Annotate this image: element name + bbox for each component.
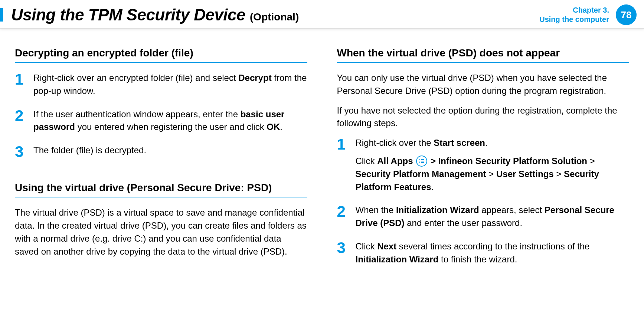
svg-rect-2 — [419, 162, 420, 163]
left-column: Decrypting an encrypted folder (file) 1 … — [15, 47, 307, 276]
right-column: When the virtual drive (PSD) does not ap… — [337, 47, 630, 276]
header-right: Chapter 3. Using the computer 78 — [539, 4, 637, 25]
svg-rect-1 — [419, 161, 420, 161]
page-number-badge: 78 — [616, 4, 637, 25]
section-heading-decrypt: Decrypting an encrypted folder (file) — [15, 47, 307, 63]
step-subtext: Click All Apps > Infineon Security Platf… — [356, 155, 630, 193]
psd-step-2: 2 When the Initialization Wizard appears… — [337, 204, 630, 230]
page-header: Using the TPM Security Device (Optional)… — [0, 0, 644, 29]
psd-missing-p2: If you have not selected the option duri… — [337, 104, 630, 130]
step-text: When the Initialization Wizard appears, … — [356, 204, 630, 230]
chapter-line2: Using the computer — [539, 15, 609, 24]
step-number: 1 — [337, 137, 347, 193]
svg-rect-4 — [421, 161, 424, 161]
content-area: Decrypting an encrypted folder (file) 1 … — [0, 29, 644, 288]
decrypt-step-2: 2 If the user authentication window appe… — [15, 108, 307, 134]
step-text: If the user authentication window appear… — [33, 108, 307, 134]
svg-rect-3 — [421, 159, 424, 160]
step-text: Right-click over an encrypted folder (fi… — [33, 72, 307, 98]
title-suffix: (Optional) — [250, 11, 299, 23]
psd-step-1: 1 Right-click over the Start screen. Cli… — [337, 137, 630, 193]
chapter-line1: Chapter 3. — [539, 6, 609, 15]
psd-step-3: 3 Click Next several times according to … — [337, 240, 630, 266]
psd-missing-p1: You can only use the virtual drive (PSD)… — [337, 72, 630, 98]
page-number: 78 — [621, 9, 632, 21]
section-heading-psd-missing: When the virtual drive (PSD) does not ap… — [337, 47, 630, 63]
decrypt-step-1: 1 Right-click over an encrypted folder (… — [15, 72, 307, 98]
step-text: Click Next several times according to th… — [356, 240, 630, 266]
step-text: Right-click over the Start screen. Click… — [356, 137, 630, 193]
step-number: 2 — [15, 108, 25, 134]
svg-rect-0 — [419, 159, 420, 160]
chapter-info: Chapter 3. Using the computer — [539, 6, 609, 24]
all-apps-icon — [416, 156, 427, 167]
section-heading-psd: Using the virtual drive (Personal Secure… — [15, 182, 307, 197]
page-title: Using the TPM Security Device — [11, 6, 245, 24]
decrypt-step-3: 3 The folder (file) is decrypted. — [15, 144, 307, 160]
svg-rect-5 — [421, 162, 424, 163]
step-number: 3 — [15, 144, 25, 160]
step-number: 3 — [337, 240, 347, 266]
psd-intro-paragraph: The virtual drive (PSD) is a virtual spa… — [15, 206, 307, 258]
step-text: The folder (file) is decrypted. — [33, 144, 146, 160]
step-number: 2 — [337, 204, 347, 230]
title-block: Using the TPM Security Device (Optional) — [11, 6, 299, 24]
step-number: 1 — [15, 72, 25, 98]
